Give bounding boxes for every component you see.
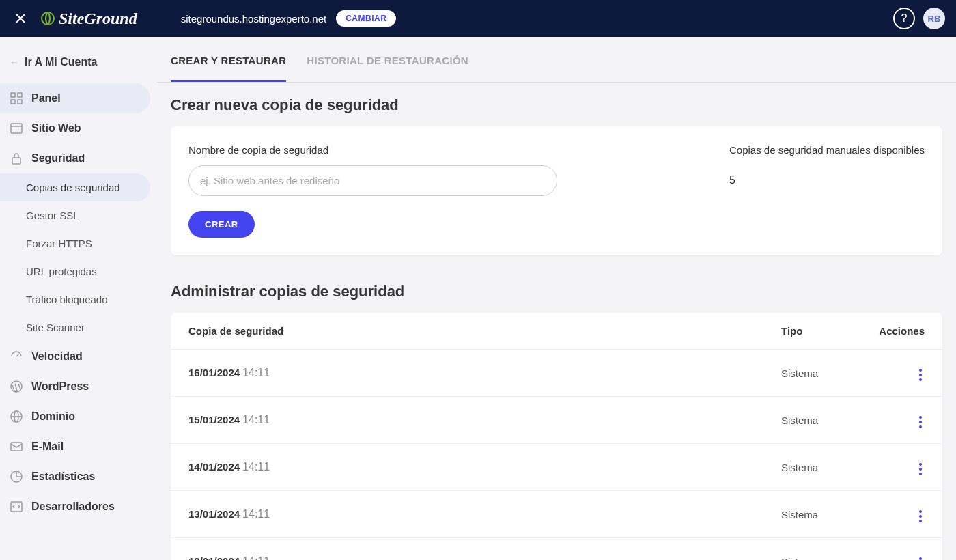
nav-label: Velocidad [31, 350, 83, 363]
nav-label: WordPress [31, 380, 89, 393]
sidebar-item-wordpress[interactable]: WordPress [0, 372, 150, 402]
backup-name-label: Nombre de copia de seguridad [188, 144, 688, 156]
svg-rect-3 [11, 100, 15, 104]
backup-type: Sistema [781, 556, 863, 561]
create-section-title: Crear nueva copia de seguridad [171, 96, 942, 114]
more-actions-icon[interactable] [916, 507, 925, 525]
backup-time: 14:11 [242, 367, 270, 378]
table-row: 14/01/202414:11Sistema [171, 444, 942, 491]
backup-time: 14:11 [242, 508, 270, 520]
svg-rect-7 [12, 158, 20, 164]
sidebar-item-email[interactable]: E-Mail [0, 432, 150, 462]
sidebar: ← Ir A Mi Cuenta Panel Sitio Web Segurid… [0, 37, 157, 560]
change-site-button[interactable]: CAMBIAR [336, 10, 396, 27]
arrow-left-icon: ← [10, 57, 19, 68]
domain-url: sitegroundus.hostingexperto.net [181, 13, 326, 25]
table-row: 12/01/202414:11Sistema [171, 538, 942, 560]
sidebar-item-desarrolladores[interactable]: Desarrolladores [0, 492, 150, 522]
svg-rect-1 [11, 93, 15, 97]
speed-icon [10, 350, 23, 363]
nav-label: E-Mail [31, 440, 64, 453]
nav-label: Seguridad [31, 152, 85, 165]
table-row: 13/01/202414:11Sistema [171, 491, 942, 538]
table-row: 15/01/202414:11Sistema [171, 397, 942, 444]
mail-icon [10, 440, 23, 453]
stats-icon [10, 470, 23, 484]
sidebar-item-dominio[interactable]: Dominio [0, 402, 150, 432]
sidebar-item-velocidad[interactable]: Velocidad [0, 341, 150, 372]
nav-label: Desarrolladores [31, 501, 115, 513]
sidebar-sub-url-protegidas[interactable]: URL protegidas [0, 257, 150, 285]
browser-icon [10, 122, 23, 135]
wordpress-icon [10, 380, 23, 393]
backup-type: Sistema [781, 509, 863, 520]
siteground-logo: SiteGround [40, 10, 137, 28]
svg-rect-2 [18, 93, 22, 97]
col-actions-header: Acciones [863, 325, 925, 337]
backup-type: Sistema [781, 415, 863, 426]
backup-date: 12/01/2024 [188, 555, 240, 560]
sidebar-sub-copias[interactable]: Copias de seguridad [0, 173, 150, 201]
nav-label: Panel [31, 92, 61, 104]
help-icon[interactable]: ? [893, 8, 915, 29]
backup-time: 14:11 [242, 555, 270, 560]
more-actions-icon[interactable] [916, 460, 925, 478]
tab-create-restore[interactable]: CREAR Y RESTAURAR [171, 40, 286, 82]
globe-icon [10, 410, 23, 423]
nav-label: Sitio Web [31, 122, 81, 135]
back-to-account-link[interactable]: ← Ir A Mi Cuenta [0, 51, 157, 74]
create-backup-card: Nombre de copia de seguridad Copias de s… [171, 126, 942, 255]
backup-date: 16/01/2024 [188, 367, 240, 378]
tab-history[interactable]: HISTORIAL DE RESTAURACIÓN [307, 40, 468, 82]
grid-icon [10, 92, 23, 105]
more-actions-icon[interactable] [916, 413, 925, 431]
svg-rect-13 [11, 443, 22, 451]
available-backups-label: Copias de seguridad manuales disponibles [729, 144, 925, 156]
sidebar-item-estadisticas[interactable]: Estadísticas [0, 462, 150, 492]
backup-type: Sistema [781, 462, 863, 473]
table-header: Copia de seguridad Tipo Acciones [171, 313, 942, 350]
col-type-header: Tipo [781, 325, 863, 337]
svg-point-0 [42, 12, 54, 25]
svg-line-8 [16, 354, 18, 356]
backups-table: Copia de seguridad Tipo Acciones 16/01/2… [171, 313, 942, 560]
backup-type: Sistema [781, 367, 863, 379]
main-content: CREAR Y RESTAURAR HISTORIAL DE RESTAURAC… [157, 37, 956, 560]
backup-time: 14:11 [242, 461, 270, 473]
more-actions-icon[interactable] [916, 555, 925, 560]
sidebar-item-panel[interactable]: Panel [0, 83, 150, 113]
sidebar-sub-trafico-bloqueado[interactable]: Tráfico bloqueado [0, 285, 150, 313]
nav-label: Estadísticas [31, 471, 95, 483]
avatar[interactable]: RB [923, 8, 945, 29]
sidebar-item-seguridad[interactable]: Seguridad [0, 143, 150, 173]
more-actions-icon[interactable] [916, 366, 925, 384]
svg-rect-4 [18, 100, 22, 104]
sidebar-sub-site-scanner[interactable]: Site Scanner [0, 313, 150, 341]
backup-name-input[interactable] [188, 165, 557, 196]
col-backup-header: Copia de seguridad [188, 325, 781, 337]
back-label: Ir A Mi Cuenta [25, 56, 97, 68]
available-backups-value: 5 [729, 165, 925, 186]
backup-date: 13/01/2024 [188, 508, 240, 520]
code-icon [10, 500, 23, 514]
sidebar-sub-gestor-ssl[interactable]: Gestor SSL [0, 201, 150, 229]
backup-date: 15/01/2024 [188, 414, 240, 425]
lock-icon [10, 152, 23, 165]
topbar: SiteGround sitegroundus.hostingexperto.n… [0, 0, 956, 37]
backup-date: 14/01/2024 [188, 461, 240, 473]
table-row: 16/01/202414:11Sistema [171, 350, 942, 397]
create-button[interactable]: CREAR [188, 211, 255, 238]
close-icon[interactable] [11, 9, 30, 28]
tabs: CREAR Y RESTAURAR HISTORIAL DE RESTAURAC… [157, 40, 956, 83]
sidebar-item-sitio-web[interactable]: Sitio Web [0, 113, 150, 143]
sidebar-sub-forzar-https[interactable]: Forzar HTTPS [0, 229, 150, 257]
manage-section-title: Administrar copias de seguridad [171, 283, 942, 300]
backup-time: 14:11 [242, 414, 270, 425]
nav-label: Dominio [31, 410, 75, 423]
svg-rect-5 [11, 124, 22, 133]
